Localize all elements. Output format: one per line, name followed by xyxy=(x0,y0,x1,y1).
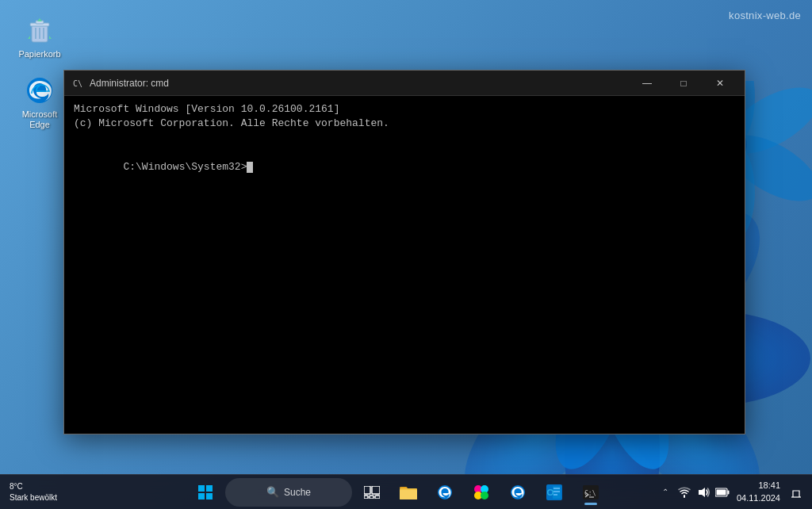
cmd-window-controls: — □ ✕ xyxy=(629,71,738,96)
cmd-titlebar-icon: C\ xyxy=(71,77,83,90)
svg-point-49 xyxy=(481,492,488,499)
taskbar: 8°C Stark bewölkt 🔍 Suche xyxy=(0,474,812,509)
search-label: Suche xyxy=(284,487,311,498)
task-view-icon xyxy=(364,486,380,499)
svg-rect-63 xyxy=(716,489,726,495)
file-explorer-button[interactable] xyxy=(392,478,425,507)
svg-text:C\: C\ xyxy=(73,79,82,88)
cmd-content[interactable]: Microsoft Windows [Version 10.0.26100.21… xyxy=(64,96,745,434)
edge2-taskbar-icon xyxy=(510,484,526,500)
svg-rect-42 xyxy=(375,496,380,499)
edge-desktop-icon[interactable]: Microsoft Edge xyxy=(11,71,68,133)
volume-icon xyxy=(697,486,710,499)
outlook-button[interactable] xyxy=(538,478,571,507)
volume-tray-icon[interactable] xyxy=(695,484,711,500)
edge-desktop-label: Microsoft Edge xyxy=(14,109,65,130)
svg-rect-54 xyxy=(553,491,560,492)
cmd-prompt: C:\Windows\System32> xyxy=(123,161,247,173)
edge-desktop-image xyxy=(24,75,56,106)
svg-rect-41 xyxy=(370,496,373,499)
cmd-titlebar: C\ Administrator: cmd — □ ✕ xyxy=(64,71,745,96)
taskbar-right: ⌃ xyxy=(638,480,812,504)
recycle-bin-label: Papierkorb xyxy=(18,49,60,59)
maximize-button[interactable]: □ xyxy=(665,71,702,96)
search-button[interactable]: 🔍 Suche xyxy=(225,478,352,507)
notification-icon xyxy=(790,486,802,499)
outlook-icon xyxy=(546,484,562,500)
network-tray-icon[interactable] xyxy=(676,484,692,500)
search-icon: 🔍 xyxy=(266,486,279,498)
notification-button[interactable] xyxy=(787,484,806,500)
start-icon xyxy=(197,484,213,500)
cmd-line-3 xyxy=(74,131,735,145)
svg-rect-39 xyxy=(372,486,380,494)
edge2-taskbar-button[interactable] xyxy=(501,478,534,507)
cmd-window: C\ Administrator: cmd — □ ✕ Microsoft Wi… xyxy=(63,70,745,434)
battery-icon xyxy=(715,488,730,497)
office-icon xyxy=(473,484,489,500)
close-button[interactable]: ✕ xyxy=(702,71,738,96)
cmd-line-1: Microsoft Windows [Version 10.0.26100.21… xyxy=(74,102,735,117)
cmd-taskbar-icon: C:\ xyxy=(583,485,599,499)
recycle-bin-icon[interactable]: Papierkorb xyxy=(11,11,68,63)
weather-temp: 8°C xyxy=(10,481,57,492)
edge-taskbar-button[interactable] xyxy=(428,478,462,507)
svg-rect-55 xyxy=(553,494,557,496)
svg-rect-38 xyxy=(364,486,370,494)
taskbar-center: 🔍 Suche xyxy=(159,478,638,507)
svg-rect-34 xyxy=(198,485,205,492)
svg-rect-36 xyxy=(198,493,205,499)
cmd-cursor xyxy=(247,162,253,173)
minimize-button[interactable]: — xyxy=(629,71,665,96)
cmd-taskbar-button[interactable]: C:\ xyxy=(574,478,607,507)
cmd-line-2: (c) Microsoft Corporation. Alle Rechte v… xyxy=(74,117,735,131)
taskbar-left: 8°C Stark bewölkt xyxy=(0,481,159,503)
recycle-bin-image xyxy=(24,14,56,46)
watermark: kostnix-web.de xyxy=(729,10,801,21)
svg-rect-44 xyxy=(400,490,417,499)
svg-point-57 xyxy=(549,490,553,494)
battery-tray-icon[interactable] xyxy=(714,484,730,500)
task-view-button[interactable] xyxy=(355,478,389,507)
edge-taskbar-icon xyxy=(437,484,453,500)
desktop: kostnix-web.de Papierkorb xyxy=(0,0,812,509)
tray-overflow-button[interactable]: ⌃ xyxy=(657,484,673,500)
office-button[interactable] xyxy=(465,478,498,507)
cmd-title-text: Administrator: cmd xyxy=(90,78,629,89)
svg-rect-35 xyxy=(206,485,213,492)
svg-rect-53 xyxy=(553,488,560,489)
svg-rect-62 xyxy=(727,490,729,494)
start-button[interactable] xyxy=(189,478,222,507)
clock-date: 04.11.2024 xyxy=(737,492,780,504)
weather-condition: Stark bewölkt xyxy=(10,492,57,503)
system-clock[interactable]: 18:41 04.11.2024 xyxy=(733,480,783,504)
wifi-icon xyxy=(678,486,691,499)
file-explorer-icon xyxy=(400,485,417,499)
clock-time: 18:41 xyxy=(737,480,780,492)
svg-rect-40 xyxy=(364,496,368,499)
weather-info[interactable]: 8°C Stark bewölkt xyxy=(6,481,60,503)
cmd-prompt-line: C:\Windows\System32> xyxy=(74,146,735,189)
svg-rect-37 xyxy=(206,493,213,499)
